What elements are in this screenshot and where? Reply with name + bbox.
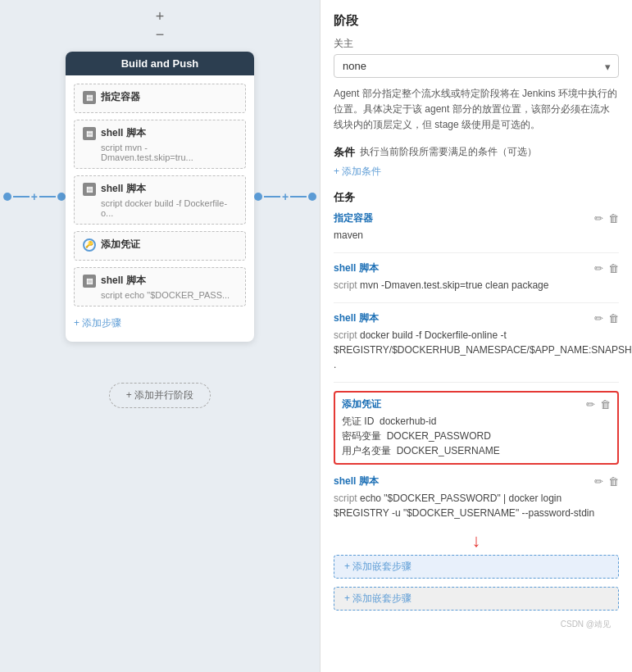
step-name: 指定容器 bbox=[101, 90, 140, 104]
task-name[interactable]: 指定容器 bbox=[334, 211, 373, 225]
add-nested-outer-label: + 添加嵌套步骤 bbox=[344, 592, 411, 606]
add-nested-step-button[interactable]: + 添加嵌套步骤 bbox=[334, 555, 619, 579]
shell-icon: ▤ bbox=[83, 127, 96, 140]
task-shell3: shell 脚本 ✏ 🗑 script echo "$DOCKER_PASSWO… bbox=[334, 474, 619, 520]
agent-description: Agent 部分指定整个流水线或特定阶段将在 Jenkins 环境中执行的位置。… bbox=[334, 86, 619, 134]
stage-header: Build and Push bbox=[66, 52, 254, 75]
add-step-button[interactable]: + 添加步骤 bbox=[74, 313, 246, 334]
add-parallel-label: + 添加并行阶段 bbox=[126, 389, 193, 401]
stage-wrapper: + Build and Push ▤ 指定容器 ▤ bbox=[0, 52, 320, 342]
shell-icon: ▤ bbox=[83, 275, 96, 288]
remove-stage-icon[interactable]: − bbox=[156, 26, 165, 44]
credential-icon: 🔑 bbox=[83, 238, 96, 252]
task-actions: ✏ 🗑 bbox=[594, 262, 619, 275]
add-nested-step-label: + 添加嵌套步骤 bbox=[344, 560, 411, 574]
conditions-label: 条件 bbox=[334, 145, 355, 160]
right-panel: 阶段 关主 none any label ▾ Agent 部分指定整个流水线或特… bbox=[320, 0, 632, 672]
task-shell2: shell 脚本 ✏ 🗑 script docker build -f Dock… bbox=[334, 311, 619, 372]
left-connector: + bbox=[3, 190, 66, 203]
tasks-title: 任务 bbox=[334, 190, 619, 205]
username-detail: 用户名变量 DOCKER_USERNAME bbox=[342, 443, 611, 458]
task-header: shell 脚本 ✏ 🗑 bbox=[334, 474, 619, 488]
section-title: 阶段 bbox=[334, 13, 619, 29]
task-credential: 添加凭证 ✏ 🗑 凭证 ID dockerhub-id 密码变量 DOCKER_… bbox=[334, 391, 619, 465]
add-condition-button[interactable]: + 添加条件 bbox=[334, 165, 619, 179]
password-detail: 密码变量 DOCKER_PASSWORD bbox=[342, 429, 611, 443]
edit-icon[interactable]: ✏ bbox=[594, 212, 603, 225]
step-name: shell 脚本 bbox=[101, 182, 146, 196]
edit-icon[interactable]: ✏ bbox=[594, 475, 603, 488]
step-subtitle: script docker build -f Dockerfile-o... bbox=[83, 198, 237, 218]
credential-id-detail: 凭证 ID dockerhub-id bbox=[342, 414, 611, 429]
agent-select[interactable]: none any label bbox=[334, 54, 619, 78]
step-item-shell1[interactable]: ▤ shell 脚本 script mvn -Dmaven.test.skip=… bbox=[74, 120, 246, 169]
shell-icon: ▤ bbox=[83, 183, 96, 196]
task-header: shell 脚本 ✏ 🗑 bbox=[334, 261, 619, 275]
agent-label: 关主 bbox=[334, 37, 619, 51]
step-title: ▤ 指定容器 bbox=[83, 90, 237, 104]
stage-body: ▤ 指定容器 ▤ shell 脚本 script mvn -Dmaven.tes… bbox=[66, 75, 254, 342]
top-controls: + − bbox=[0, 8, 320, 43]
stage-title: Build and Push bbox=[121, 57, 199, 70]
conditions-sub: 执行当前阶段所需要满足的条件（可选） bbox=[360, 145, 537, 159]
delete-icon[interactable]: 🗑 bbox=[600, 398, 611, 411]
task-shell1: shell 脚本 ✏ 🗑 script mvn -Dmaven.test.ski… bbox=[334, 261, 619, 293]
right-connector: + bbox=[254, 190, 316, 203]
step-name: shell 脚本 bbox=[101, 126, 146, 140]
shell-icon: ▤ bbox=[83, 91, 96, 104]
step-title: ▤ shell 脚本 bbox=[83, 274, 237, 288]
task-actions: ✏ 🗑 bbox=[586, 398, 611, 411]
task-actions: ✏ 🗑 bbox=[594, 212, 619, 225]
add-stage-icon[interactable]: + bbox=[156, 8, 165, 26]
delete-icon[interactable]: 🗑 bbox=[608, 212, 619, 225]
left-panel: + − + Build and Push ▤ 指定容器 bbox=[0, 0, 320, 672]
step-name: 添加凭证 bbox=[101, 238, 140, 252]
add-nested-outer-button[interactable]: + 添加嵌套步骤 bbox=[334, 587, 619, 611]
task-detail: maven bbox=[334, 228, 619, 243]
step-item-shell3[interactable]: ▤ shell 脚本 script echo "$DOCKER_PASS... bbox=[74, 267, 246, 306]
edit-icon[interactable]: ✏ bbox=[594, 262, 603, 275]
delete-icon[interactable]: 🗑 bbox=[608, 475, 619, 488]
step-subtitle: script mvn -Dmaven.test.skip=tru... bbox=[83, 143, 237, 162]
task-actions: ✏ 🗑 bbox=[594, 475, 619, 488]
task-detail: script echo "$DOCKER_PASSWORD" | docker … bbox=[334, 491, 619, 520]
edit-icon[interactable]: ✏ bbox=[594, 312, 603, 325]
edit-icon[interactable]: ✏ bbox=[586, 398, 595, 411]
task-name[interactable]: shell 脚本 bbox=[334, 311, 379, 325]
stage-card: Build and Push ▤ 指定容器 ▤ shell 脚本 scri bbox=[66, 52, 254, 342]
task-detail: script docker build -f Dockerfile-online… bbox=[334, 328, 619, 372]
agent-select-wrapper: none any label ▾ bbox=[334, 54, 619, 78]
add-step-label: + 添加步骤 bbox=[74, 316, 121, 330]
step-name: shell 脚本 bbox=[101, 274, 146, 288]
watermark: CSDN @靖见 bbox=[561, 619, 611, 630]
step-item-shell2[interactable]: ▤ shell 脚本 script docker build -f Docker… bbox=[74, 175, 246, 225]
task-container: 指定容器 ✏ 🗑 maven bbox=[334, 211, 619, 243]
step-item-container[interactable]: ▤ 指定容器 bbox=[74, 84, 246, 113]
task-header: shell 脚本 ✏ 🗑 bbox=[334, 311, 619, 325]
step-title: ▤ shell 脚本 bbox=[83, 182, 237, 196]
add-condition-label: + 添加条件 bbox=[334, 165, 381, 179]
delete-icon[interactable]: 🗑 bbox=[608, 262, 619, 275]
step-item-credential[interactable]: 🔑 添加凭证 bbox=[74, 231, 246, 261]
task-name[interactable]: 添加凭证 bbox=[342, 397, 381, 411]
conditions-header: 条件 执行当前阶段所需要满足的条件（可选） bbox=[334, 145, 619, 160]
red-arrow: ↓ bbox=[334, 530, 619, 552]
step-title: ▤ shell 脚本 bbox=[83, 126, 237, 140]
add-parallel-button[interactable]: + 添加并行阶段 bbox=[109, 383, 211, 408]
task-header: 指定容器 ✏ 🗑 bbox=[334, 211, 619, 225]
step-title: 🔑 添加凭证 bbox=[83, 238, 237, 252]
task-name[interactable]: shell 脚本 bbox=[334, 474, 379, 488]
task-header: 添加凭证 ✏ 🗑 bbox=[342, 397, 611, 411]
step-subtitle: script echo "$DOCKER_PASS... bbox=[83, 290, 237, 300]
task-name[interactable]: shell 脚本 bbox=[334, 261, 379, 275]
task-actions: ✏ 🗑 bbox=[594, 312, 619, 325]
task-detail: script mvn -Dmaven.test.skip=true clean … bbox=[334, 278, 619, 293]
delete-icon[interactable]: 🗑 bbox=[608, 312, 619, 325]
